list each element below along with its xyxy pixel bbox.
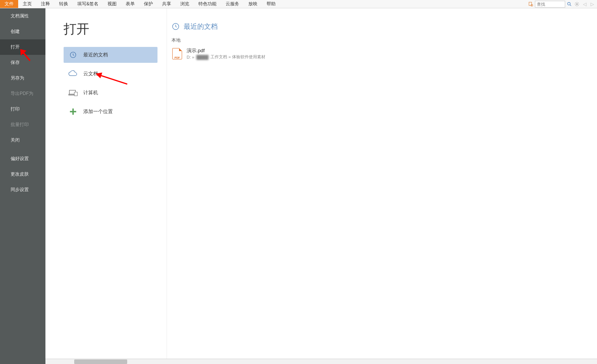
sidebar-item-11[interactable]: 同步设置 <box>0 182 45 198</box>
open-locations-panel: 打开 最近的文档云文档计算机添加一个位置 <box>45 8 167 364</box>
sidebar-item-9[interactable]: 偏好设置 <box>0 151 45 166</box>
horizontal-scrollbar[interactable] <box>45 359 597 364</box>
sidebar-item-5: 导出PDF为 <box>0 86 45 101</box>
cloud-icon <box>68 70 78 78</box>
sidebar-item-2[interactable]: 打开 <box>0 39 45 55</box>
location-label: 云文档 <box>83 70 98 77</box>
file-name: 演示.pdf <box>187 47 265 54</box>
sidebar-item-1[interactable]: 创建 <box>0 24 45 39</box>
location-label: 添加一个位置 <box>83 108 113 115</box>
recent-files-panel: 最近的文档 本地 PDF演示.pdfD: » ████工作文档 » 体验软件使用… <box>167 8 597 364</box>
scrollbar-thumb[interactable] <box>74 359 127 364</box>
search-input[interactable] <box>535 1 565 8</box>
menubar-spacer <box>280 0 527 8</box>
recent-file-row[interactable]: PDF演示.pdfD: » ████工作文档 » 体验软件使用素材 <box>171 46 586 61</box>
clock-icon <box>171 22 180 31</box>
menu-tab-0[interactable]: 文件 <box>0 0 18 8</box>
group-label: 本地 <box>171 37 586 44</box>
recent-heading-text: 最近的文档 <box>184 22 218 31</box>
menu-tab-9[interactable]: 浏览 <box>176 0 194 8</box>
file-path: D: » ████工作文档 » 体验软件使用素材 <box>187 54 265 60</box>
menu-tab-11[interactable]: 云服务 <box>221 0 244 8</box>
location-plus[interactable]: 添加一个位置 <box>64 104 157 120</box>
location-computer[interactable]: 计算机 <box>64 85 157 101</box>
menu-tab-5[interactable]: 视图 <box>103 0 121 8</box>
menu-tab-12[interactable]: 放映 <box>244 0 262 8</box>
sidebar-item-10[interactable]: 更改皮肤 <box>0 166 45 182</box>
menu-tab-13[interactable]: 帮助 <box>262 0 280 8</box>
menu-tab-7[interactable]: 保护 <box>139 0 157 8</box>
svg-point-2 <box>567 2 570 5</box>
search-doc-icon[interactable] <box>527 1 534 8</box>
menu-tab-4[interactable]: 填写&签名 <box>73 0 103 8</box>
menu-tab-3[interactable]: 转换 <box>55 0 73 8</box>
nav-prev-icon[interactable]: ◁ <box>581 1 588 8</box>
sidebar-item-0[interactable]: 文档属性 <box>0 8 45 24</box>
svg-rect-10 <box>70 111 76 112</box>
search-area: ◁ ▷ <box>527 0 597 8</box>
nav-next-icon[interactable]: ▷ <box>589 1 595 8</box>
sidebar-item-3[interactable]: 保存 <box>0 55 45 70</box>
clock-icon <box>68 51 78 59</box>
gear-icon[interactable] <box>574 1 580 8</box>
location-label: 最近的文档 <box>83 51 108 58</box>
location-label: 计算机 <box>83 89 98 96</box>
sidebar-item-7: 批量打印 <box>0 117 45 132</box>
svg-rect-8 <box>74 92 77 96</box>
menu-tab-8[interactable]: 共享 <box>157 0 176 8</box>
computer-icon <box>68 89 78 97</box>
menu-tab-6[interactable]: 表单 <box>121 0 139 8</box>
page-title: 打开 <box>64 20 157 38</box>
menu-tab-2[interactable]: 注释 <box>36 0 55 8</box>
menu-tab-1[interactable]: 主页 <box>18 0 36 8</box>
sidebar-item-4[interactable]: 另存为 <box>0 70 45 86</box>
recent-heading: 最近的文档 <box>171 22 586 31</box>
file-sidebar: 文档属性创建打开保存另存为导出PDF为打印批量打印关闭偏好设置更改皮肤同步设置 <box>0 8 45 364</box>
svg-point-4 <box>576 3 578 5</box>
search-go-icon[interactable] <box>566 1 573 8</box>
plus-icon <box>68 107 78 116</box>
location-clock[interactable]: 最近的文档 <box>64 47 157 63</box>
sidebar-item-6[interactable]: 打印 <box>0 101 45 117</box>
menubar: 文件主页注释转换填写&签名视图表单保护共享浏览特色功能云服务放映帮助 ◁ ▷ <box>0 0 597 8</box>
svg-line-3 <box>570 5 571 6</box>
pdf-file-icon: PDF <box>172 48 182 59</box>
menu-tab-10[interactable]: 特色功能 <box>194 0 221 8</box>
location-cloud[interactable]: 云文档 <box>64 66 157 82</box>
sidebar-item-8[interactable]: 关闭 <box>0 132 45 148</box>
